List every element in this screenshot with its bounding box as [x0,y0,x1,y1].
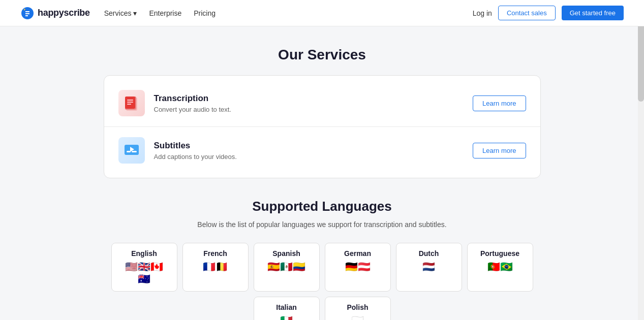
languages-subtitle: Below is the list of popular languages w… [104,220,541,229]
language-english-flags: 🇺🇸🇬🇧🇨🇦🇦🇺 [120,261,169,285]
nav-enterprise[interactable]: Enterprise [149,9,181,17]
language-german-name: German [344,249,371,258]
language-italian-name: Italian [276,303,296,311]
language-portuguese-name: Portuguese [480,249,519,258]
svg-rect-6 [127,100,133,101]
subtitles-desc: Add captions to your videos. [154,153,464,161]
nav-pricing[interactable]: Pricing [194,9,216,17]
transcription-info: Transcription Convert your audio to text… [154,93,464,113]
language-german-flags: 🇩🇪🇦🇹 [345,261,371,273]
languages-section: Supported Languages Below is the list of… [104,199,541,320]
logo-text: happyscribe [38,8,90,18]
language-french-flags: 🇫🇷🇧🇪 [203,261,228,273]
transcription-learn-more-button[interactable]: Learn more [473,95,526,111]
transcription-row: Transcription Convert your audio to text… [104,80,540,126]
subtitles-row: Subtitles Add captions to your videos. L… [104,126,540,174]
login-button[interactable]: Log in [473,9,492,17]
logo-link[interactable]: happyscribe [20,6,90,20]
languages-title: Supported Languages [104,199,541,214]
svg-rect-11 [132,151,137,152]
language-italian-flags: 🇮🇹 [280,314,293,320]
svg-rect-8 [127,104,131,105]
language-english-name: English [131,249,157,258]
main-content: Our Services Transcription Conve [94,26,551,320]
language-italian[interactable]: Italian 🇮🇹 [254,297,320,320]
contact-sales-button[interactable]: Contact sales [498,6,556,20]
logo-icon [20,6,35,20]
nav-links: Services ▾ Enterprise Pricing [104,9,473,17]
subtitles-info: Subtitles Add captions to your videos. [154,141,464,161]
svg-rect-7 [127,102,133,103]
language-dutch[interactable]: Dutch 🇳🇱 [396,243,462,292]
language-english[interactable]: English 🇺🇸🇬🇧🇨🇦🇦🇺 [111,243,177,292]
language-german[interactable]: German 🇩🇪🇦🇹 [325,243,391,292]
transcription-name: Transcription [154,93,464,104]
scrollbar-track[interactable] [638,0,644,320]
subtitles-learn-more-button[interactable]: Learn more [473,143,526,158]
languages-grid: English 🇺🇸🇬🇧🇨🇦🇦🇺 French 🇫🇷🇧🇪 Spanish 🇪🇸🇲… [104,243,541,320]
get-started-free-button[interactable]: Get started free [562,6,624,20]
language-portuguese-flags: 🇵🇹🇧🇷 [487,261,513,273]
subtitles-name: Subtitles [154,141,464,151]
language-dutch-name: Dutch [419,249,439,258]
transcription-icon [118,90,145,116]
language-polish-flags: 🇵🇱 [351,314,364,320]
nav-services[interactable]: Services ▾ [104,9,137,17]
nav-right: Log in Contact sales Get started free [473,6,624,20]
language-french[interactable]: French 🇫🇷🇧🇪 [182,243,249,292]
services-card: Transcription Convert your audio to text… [104,75,541,178]
language-spanish[interactable]: Spanish 🇪🇸🇲🇽🇨🇴 [254,243,320,292]
subtitles-icon [118,137,145,164]
transcription-desc: Convert your audio to text. [154,106,464,113]
chevron-down-icon: ▾ [133,9,137,17]
navbar: happyscribe Services ▾ Enterprise Pricin… [0,0,644,26]
language-dutch-flags: 🇳🇱 [422,261,435,273]
svg-rect-10 [127,151,131,152]
language-spanish-name: Spanish [272,249,300,258]
language-polish[interactable]: Polish 🇵🇱 [325,297,391,320]
language-polish-name: Polish [347,303,368,311]
language-portuguese[interactable]: Portuguese 🇵🇹🇧🇷 [467,243,533,292]
language-spanish-flags: 🇪🇸🇲🇽🇨🇴 [267,261,305,273]
language-french-name: French [203,249,227,258]
our-services-title: Our Services [104,47,541,63]
